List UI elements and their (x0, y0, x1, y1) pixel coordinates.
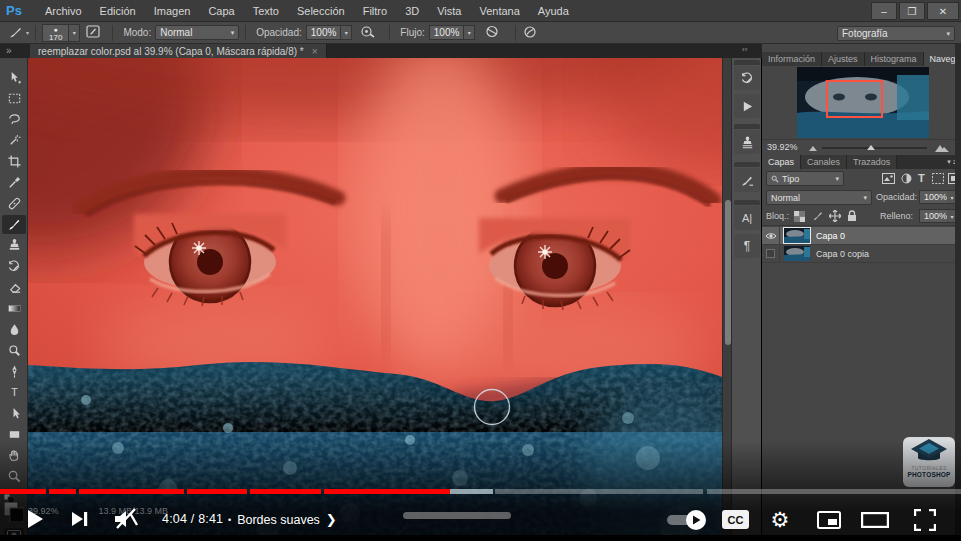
tab-canales[interactable]: Canales (801, 155, 847, 169)
play-button[interactable] (24, 508, 46, 530)
canvas[interactable] (28, 58, 722, 535)
menu-edicion[interactable]: Edición (91, 5, 145, 17)
lock-pixels-icon[interactable] (812, 210, 824, 222)
clone-stamp-tool[interactable] (2, 236, 26, 255)
opacity-caret[interactable]: ▾ (341, 25, 352, 40)
tab-overflow-icon[interactable]: » (6, 45, 12, 56)
menu-seleccion[interactable]: Selección (288, 5, 354, 17)
navigator-zoom-value[interactable]: 39.92% (767, 142, 798, 152)
zoom-slider-thumb[interactable] (866, 144, 876, 151)
tab-capas[interactable]: Capas (762, 155, 801, 169)
zoom-in-mountains-icon[interactable] (934, 142, 950, 153)
history-brush-tool[interactable] (2, 257, 26, 276)
menu-texto[interactable]: Texto (244, 5, 288, 17)
tab-informacion[interactable]: Información (762, 52, 822, 66)
canvas-vscrollbar[interactable] (722, 58, 731, 535)
menu-capa[interactable]: Capa (199, 5, 243, 17)
filter-adjustment-icon[interactable] (901, 173, 912, 184)
fullscreen-button[interactable] (912, 508, 938, 532)
eraser-tool[interactable] (2, 278, 26, 297)
shape-tool[interactable] (2, 425, 26, 444)
menu-archivo[interactable]: Archivo (36, 5, 91, 17)
brush-tool-icon[interactable] (8, 25, 24, 41)
menu-ayuda[interactable]: Ayuda (529, 5, 578, 17)
zoom-out-mountains-icon[interactable] (808, 144, 818, 152)
theater-mode-button[interactable] (860, 511, 890, 529)
tab-ajustes[interactable]: Ajustes (822, 52, 865, 66)
brush-size-caret[interactable]: ▾ (69, 24, 80, 42)
brush-size-box[interactable]: ● 170 (42, 24, 69, 42)
filter-shape-icon[interactable] (932, 173, 944, 184)
separator (515, 25, 516, 41)
move-tool[interactable] (2, 68, 26, 87)
visibility-toggle[interactable] (762, 245, 780, 263)
paragraph-panel-icon[interactable]: ¶ (734, 234, 760, 258)
settings-button[interactable]: ⚙ (768, 508, 792, 532)
dodge-tool[interactable] (2, 341, 26, 360)
next-button[interactable] (68, 508, 92, 530)
zoom-tool[interactable] (2, 467, 26, 486)
autoplay-toggle[interactable] (664, 513, 706, 527)
menu-3d[interactable]: 3D (396, 5, 428, 17)
history-panel-icon[interactable] (734, 66, 760, 90)
document-tab[interactable]: reemplazar color.psd al 39.9% (Capa 0, M… (30, 44, 327, 58)
close-button[interactable]: ✕ (927, 2, 959, 20)
opacity-value-box[interactable]: 100% (306, 25, 342, 40)
layer-row-capa-0-copia[interactable]: Capa 0 copia (762, 245, 961, 263)
vscroll-thumb[interactable] (725, 200, 731, 345)
character-panel-icon[interactable]: A| (734, 206, 760, 230)
blend-mode-dropdown[interactable]: Normal ▾ (766, 190, 872, 205)
eyedropper-tool[interactable] (2, 173, 26, 192)
flow-caret[interactable]: ▾ (464, 25, 475, 40)
captions-button[interactable]: CC (722, 510, 749, 529)
visibility-toggle[interactable] (762, 227, 780, 245)
layer-thumbnail[interactable] (784, 246, 810, 261)
menu-vista[interactable]: Vista (428, 5, 470, 17)
layer-row-capa-0[interactable]: Capa 0 (762, 227, 961, 245)
gradient-tool[interactable] (2, 299, 26, 318)
brush-preset-caret-icon[interactable]: ▾ (26, 29, 29, 36)
menu-ventana[interactable]: Ventana (470, 5, 528, 17)
navigator-thumbnail[interactable] (797, 67, 929, 138)
pen-tool[interactable] (2, 362, 26, 381)
restore-button[interactable]: ❐ (899, 2, 925, 20)
menu-filtro[interactable]: Filtro (354, 5, 396, 17)
airbrush-pressure-icon[interactable] (360, 25, 375, 40)
healing-brush-tool[interactable] (2, 194, 26, 213)
menu-imagen[interactable]: Imagen (145, 5, 200, 17)
tab-close-icon[interactable]: × (312, 46, 318, 57)
tab-trazados[interactable]: Trazados (847, 155, 897, 169)
actions-panel-icon[interactable] (734, 94, 760, 118)
crop-tool[interactable] (2, 152, 26, 171)
magic-wand-tool[interactable] (2, 131, 26, 150)
lock-transparency-icon[interactable] (794, 211, 805, 222)
tablet-pressure-icon[interactable] (522, 25, 538, 41)
lock-all-icon[interactable] (847, 210, 857, 222)
brush-tool-selected[interactable] (2, 215, 26, 234)
volume-muted-button[interactable] (112, 506, 140, 532)
chapter-label[interactable]: • Bordes suaves ❯ (228, 512, 337, 527)
tab-histograma[interactable]: Histograma (865, 52, 924, 66)
workspace-dropdown[interactable]: Fotografía ▾ (837, 26, 955, 41)
marquee-tool[interactable] (2, 89, 26, 108)
clone-source-panel-icon[interactable] (734, 130, 760, 154)
flow-value-box[interactable]: 100% (429, 25, 465, 40)
toggle-brush-panel-icon[interactable] (86, 25, 100, 40)
hand-tool[interactable] (2, 446, 26, 465)
player-progress-bar[interactable] (0, 489, 961, 494)
path-selection-tool[interactable] (2, 404, 26, 423)
filter-pixel-layers-icon[interactable] (882, 173, 895, 184)
layer-filter-dropdown[interactable]: Tipo ▾ (766, 171, 844, 186)
airbrush-icon[interactable] (484, 25, 500, 40)
layer-thumbnail[interactable] (784, 228, 810, 243)
blur-tool[interactable] (2, 320, 26, 339)
panel-collapse-left-icon[interactable]: ‹‹ (742, 45, 747, 54)
tool-presets-panel-icon[interactable] (734, 168, 760, 192)
type-tool[interactable]: T (2, 383, 26, 402)
miniplayer-button[interactable] (816, 510, 842, 530)
lock-position-icon[interactable] (829, 210, 841, 222)
filter-type-icon[interactable]: T (918, 172, 925, 184)
mode-dropdown[interactable]: Normal ▾ (155, 25, 239, 40)
minimize-button[interactable]: – (871, 2, 897, 20)
lasso-tool[interactable] (2, 110, 26, 129)
